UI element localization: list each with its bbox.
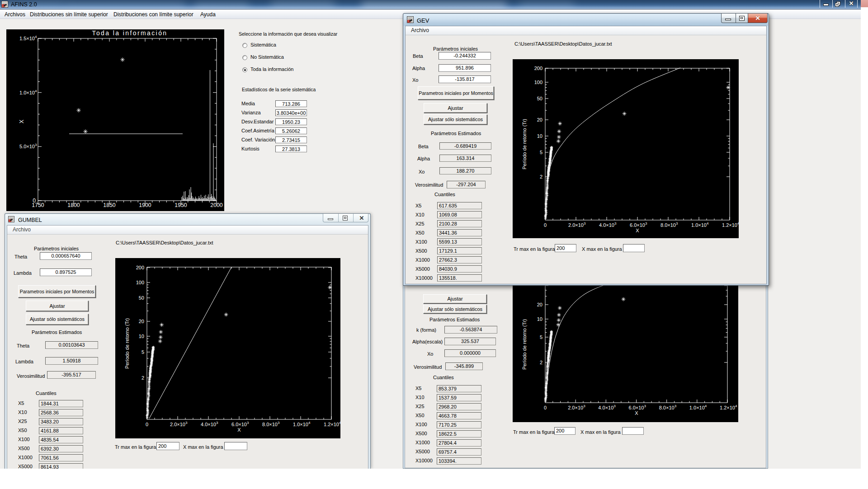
svg-text:1.0×10: 1.0×10	[293, 422, 308, 427]
svg-text:10: 10	[537, 133, 542, 139]
svg-text:0: 0	[544, 405, 547, 410]
svg-text:1.2×10: 1.2×10	[324, 422, 339, 427]
svg-text:5: 5	[540, 150, 542, 155]
svg-text:2000: 2000	[210, 202, 223, 208]
svg-text:100: 100	[136, 280, 144, 285]
svg-text:50: 50	[139, 295, 144, 301]
svg-text:Período de retorno (Tr): Período de retorno (Tr)	[522, 319, 527, 370]
svg-text:4: 4	[339, 421, 340, 425]
svg-text:3: 3	[675, 404, 677, 408]
svg-text:10: 10	[537, 316, 542, 322]
svg-text:1850: 1850	[103, 202, 116, 208]
svg-text:4: 4	[705, 404, 707, 408]
svg-text:X: X	[19, 120, 25, 123]
svg-text:4: 4	[35, 35, 37, 39]
svg-text:5.0×10: 5.0×10	[19, 144, 35, 149]
svg-text:2: 2	[142, 375, 144, 381]
svg-text:1800: 1800	[67, 202, 80, 208]
svg-text:6.0×10: 6.0×10	[629, 405, 644, 410]
svg-text:8.0×10: 8.0×10	[262, 422, 278, 427]
svg-text:20: 20	[537, 117, 542, 122]
svg-text:1.0×10: 1.0×10	[689, 405, 705, 410]
svg-text:4: 4	[735, 404, 737, 408]
svg-text:1900: 1900	[139, 202, 151, 208]
svg-text:8.0×10: 8.0×10	[660, 222, 676, 228]
svg-text:5: 5	[142, 349, 144, 355]
svg-text:2: 2	[540, 174, 542, 179]
svg-text:1750: 1750	[32, 202, 44, 208]
svg-text:3: 3	[247, 421, 249, 425]
svg-text:X: X	[635, 410, 638, 416]
svg-text:4.0×10: 4.0×10	[599, 222, 614, 228]
svg-text:6.0×10: 6.0×10	[231, 422, 247, 427]
svg-text:3: 3	[584, 221, 586, 226]
svg-text:1.5×10: 1.5×10	[19, 36, 35, 41]
svg-text:10: 10	[139, 334, 144, 339]
svg-text:8.0×10: 8.0×10	[659, 405, 675, 410]
svg-text:100: 100	[534, 80, 542, 85]
svg-text:X: X	[636, 228, 639, 233]
svg-text:X: X	[237, 427, 241, 433]
svg-text:1.2×10: 1.2×10	[720, 405, 735, 410]
svg-text:3: 3	[614, 221, 617, 226]
svg-text:20: 20	[139, 319, 144, 324]
svg-text:4: 4	[707, 221, 709, 226]
svg-text:0: 0	[544, 222, 547, 228]
svg-text:4.0×10: 4.0×10	[201, 422, 216, 427]
svg-text:1.0×10: 1.0×10	[19, 90, 35, 95]
svg-text:1950: 1950	[175, 202, 187, 208]
svg-text:20: 20	[537, 302, 542, 307]
svg-text:Período de retorno (Tr): Período de retorno (Tr)	[124, 318, 130, 369]
svg-text:200: 200	[534, 66, 542, 71]
svg-text:0: 0	[146, 422, 148, 427]
svg-text:3: 3	[613, 404, 616, 408]
svg-text:2.0×10: 2.0×10	[170, 422, 185, 427]
svg-text:3: 3	[645, 221, 647, 226]
svg-text:2.0×10: 2.0×10	[568, 222, 584, 228]
svg-text:5: 5	[540, 334, 542, 340]
svg-text:3: 3	[216, 421, 218, 425]
svg-text:4: 4	[35, 89, 37, 93]
svg-text:Toda la información: Toda la información	[92, 29, 168, 37]
svg-text:200: 200	[136, 265, 144, 270]
svg-text:3: 3	[185, 421, 188, 425]
svg-text:3: 3	[35, 143, 37, 147]
svg-text:6.0×10: 6.0×10	[630, 222, 645, 228]
svg-text:4: 4	[737, 221, 739, 226]
svg-text:2.0×10: 2.0×10	[568, 405, 583, 410]
svg-text:3: 3	[644, 404, 646, 408]
svg-text:Período de retorno (Tr): Período de retorno (Tr)	[522, 119, 527, 169]
svg-text:3: 3	[676, 221, 678, 226]
svg-text:1.2×10: 1.2×10	[722, 222, 737, 228]
svg-text:2: 2	[540, 360, 542, 365]
svg-text:4.0×10: 4.0×10	[598, 405, 613, 410]
svg-text:50: 50	[537, 96, 542, 101]
svg-text:1.0×10: 1.0×10	[691, 222, 707, 228]
svg-text:3: 3	[278, 421, 280, 425]
svg-text:4: 4	[308, 421, 311, 425]
svg-text:3: 3	[583, 404, 585, 408]
